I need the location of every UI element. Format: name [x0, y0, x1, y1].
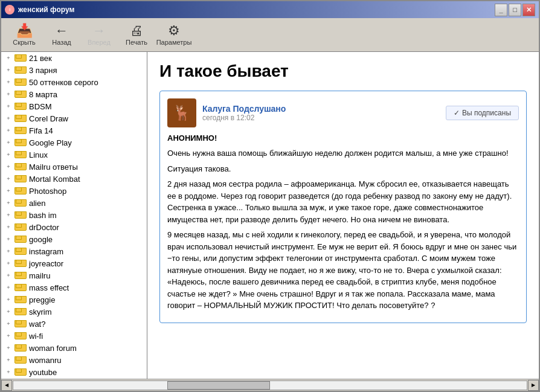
- sidebar-item-coreldraw[interactable]: + Corel Draw: [1, 112, 147, 124]
- content-area[interactable]: И такое бывает 🦌 Калуга Подслушано сегод…: [147, 52, 539, 379]
- sidebar-item-label: BDSM: [29, 102, 52, 111]
- post-card: 🦌 Калуга Подслушано сегодня в 12:02 ✓ Вы…: [159, 91, 527, 323]
- post-author: Калуга Подслушано: [202, 104, 446, 114]
- settings-label: Параметры: [156, 39, 192, 46]
- scroll-track[interactable]: [13, 381, 527, 390]
- scroll-right-button[interactable]: ▶: [528, 380, 539, 391]
- expand-icon: +: [4, 162, 13, 172]
- sidebar-item-50ottenkov[interactable]: + 50 оттенков серого: [1, 76, 147, 88]
- minimize-button[interactable]: _: [495, 4, 507, 16]
- sidebar-item-wat[interactable]: + wat?: [1, 318, 147, 330]
- sidebar-item-label: Photoshop: [29, 187, 66, 196]
- sidebar-item-bdsm[interactable]: + BDSM: [1, 100, 147, 112]
- expand-icon: +: [4, 259, 13, 268]
- hide-button[interactable]: 📥 Скрыть: [6, 21, 42, 50]
- sidebar-item-fifa14[interactable]: + Fifa 14: [1, 124, 147, 137]
- expand-icon: +: [4, 222, 13, 232]
- folder-icon: [14, 222, 27, 232]
- sidebar-item-wifi[interactable]: + wi-fi: [1, 330, 147, 342]
- sidebar-item-joyreactor[interactable]: + joyreactor: [1, 257, 147, 269]
- folder-icon: [14, 246, 27, 256]
- folder-icon: [14, 186, 27, 196]
- forward-button[interactable]: → Вперед: [81, 21, 117, 50]
- post-body: Очень нужна ваша помощь ближайшую неделю…: [167, 147, 519, 312]
- back-button[interactable]: ← Назад: [43, 21, 80, 50]
- sidebar-item-label: drDoctor: [29, 223, 59, 232]
- print-button[interactable]: 🖨 Печать: [118, 21, 155, 50]
- title-bar: ♀ женский форум _ □ ✕: [1, 1, 539, 18]
- expand-icon: +: [4, 150, 13, 159]
- folder-icon: [14, 114, 27, 123]
- sidebar-scroll[interactable]: + 21 век + 3 парня + 50 оттенков серого …: [1, 52, 147, 379]
- sidebar-item-label: woman forum: [29, 344, 77, 353]
- sidebar-item-label: instagram: [29, 247, 63, 256]
- sidebar-item-label: google: [29, 235, 53, 244]
- folder-icon: [14, 307, 27, 316]
- sidebar-item-label: 8 марта: [29, 90, 57, 99]
- sidebar-item-drdoctor[interactable]: + drDoctor: [1, 221, 147, 233]
- sidebar-item-label: Corel Draw: [29, 114, 68, 123]
- expand-icon: +: [4, 355, 13, 365]
- expand-icon: +: [4, 174, 13, 184]
- horizontal-scrollbar[interactable]: ◀ ▶: [1, 379, 539, 391]
- toolbar: 📥 Скрыть ← Назад → Вперед 🖨 Печать ⚙ Пар…: [1, 18, 539, 52]
- sidebar-item-label: alien: [29, 199, 45, 208]
- scroll-left-button[interactable]: ◀: [1, 380, 12, 391]
- subscribe-button[interactable]: ✓ Вы подписаны: [446, 106, 519, 120]
- scroll-thumb[interactable]: [167, 381, 270, 390]
- expand-icon: +: [4, 101, 13, 111]
- post-title: И такое бывает: [159, 62, 527, 81]
- sidebar-item-label: joyreactor: [29, 259, 63, 268]
- sidebar-item-label: wi-fi: [29, 332, 43, 341]
- folder-icon: [14, 101, 27, 111]
- sidebar-item-youtube[interactable]: + youtube: [1, 366, 147, 378]
- post-header: 🦌 Калуга Подслушано сегодня в 12:02 ✓ Вы…: [167, 98, 519, 127]
- sidebar-item-linux[interactable]: + Linux: [1, 149, 147, 161]
- sidebar-item-label: mass effect: [29, 283, 69, 292]
- print-icon: 🖨: [130, 24, 143, 37]
- maximize-button[interactable]: □: [509, 4, 521, 16]
- sidebar-item-mortalkombat[interactable]: + Mortal Kombat: [1, 173, 147, 185]
- sidebar-item-googleplay[interactable]: + Google Play: [1, 137, 147, 149]
- folder-icon: [14, 343, 27, 353]
- sidebar-item-21vek[interactable]: + 21 век: [1, 52, 147, 64]
- sidebar-item-masseffect[interactable]: + mass effect: [1, 281, 147, 294]
- sidebar-item-preggie[interactable]: + preggie: [1, 294, 147, 306]
- sidebar-item-label: wat?: [29, 320, 45, 329]
- sidebar-item-womanru[interactable]: + womanru: [1, 354, 147, 366]
- expand-icon: +: [4, 198, 13, 208]
- sidebar-item-alien[interactable]: + alien: [1, 197, 147, 209]
- folder-icon: [14, 162, 27, 172]
- folder-icon: [14, 174, 27, 184]
- sidebar-item-3parnya[interactable]: + 3 парня: [1, 64, 147, 76]
- settings-button[interactable]: ⚙ Параметры: [156, 21, 192, 50]
- sidebar-item-instagram[interactable]: + instagram: [1, 245, 147, 257]
- settings-icon: ⚙: [168, 24, 180, 37]
- expand-icon: +: [4, 114, 13, 123]
- checkmark-icon: ✓: [454, 109, 460, 117]
- sidebar-item-mailruotvety[interactable]: + Mailru ответы: [1, 161, 147, 173]
- expand-icon: +: [4, 53, 13, 63]
- window-title: женский форум: [18, 5, 495, 14]
- folder-icon: [14, 89, 27, 99]
- sidebar-item-google[interactable]: + google: [1, 233, 147, 245]
- forward-icon: →: [92, 24, 106, 37]
- expand-icon: +: [4, 307, 13, 316]
- expand-icon: +: [4, 295, 13, 304]
- expand-icon: +: [4, 246, 13, 256]
- sidebar-item-mailru[interactable]: + mailru: [1, 269, 147, 281]
- expand-icon: +: [4, 138, 13, 147]
- expand-icon: +: [4, 65, 13, 75]
- sidebar-item-label: Google Play: [29, 138, 72, 147]
- sidebar-item-label: 3 парня: [29, 66, 57, 75]
- sidebar-item-bashim[interactable]: + bash im: [1, 209, 147, 221]
- sidebar-item-skyrim[interactable]: + skyrim: [1, 306, 147, 318]
- sidebar-item-label: skyrim: [29, 307, 52, 316]
- sidebar-item-label: youtube: [29, 368, 57, 377]
- folder-icon: [14, 126, 27, 135]
- close-button[interactable]: ✕: [522, 4, 535, 16]
- sidebar-item-8marta[interactable]: + 8 марта: [1, 88, 147, 100]
- sidebar-item-photoshop[interactable]: + Photoshop: [1, 185, 147, 197]
- expand-icon: +: [4, 367, 13, 377]
- sidebar-item-womanforum[interactable]: + woman forum: [1, 342, 147, 354]
